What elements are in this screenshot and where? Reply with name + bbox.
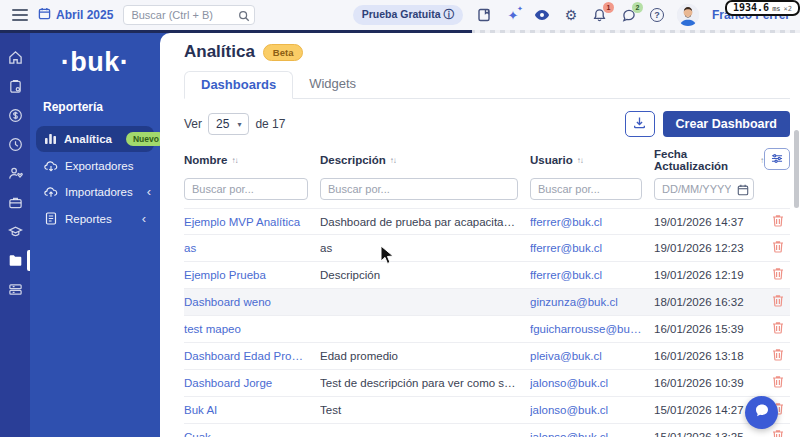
row-usuario-link[interactable]: pleiva@buk.cl [530, 350, 654, 362]
delete-button[interactable] [766, 428, 790, 437]
bell-icon[interactable]: 1 [592, 7, 608, 23]
help-icon[interactable]: ? [650, 8, 664, 22]
tab-widgets[interactable]: Widgets [293, 71, 372, 98]
row-nombre-link[interactable]: Cuak [184, 431, 320, 437]
page-size-select[interactable]: 25▾ [208, 113, 249, 135]
row-descripcion: Test [320, 404, 530, 416]
row-fecha: 19/01/2026 12:23 [654, 242, 766, 254]
table-row[interactable]: Dashboard Jorge Test de descripción para… [184, 370, 790, 397]
row-usuario-link[interactable]: fguicharrousse@buk.cl [530, 323, 654, 335]
rail-archive-icon[interactable] [0, 275, 30, 304]
table-row[interactable]: Dashboard Edad Promedio Edad promedio pl… [184, 343, 790, 370]
filter-nombre-input[interactable] [184, 178, 308, 200]
row-nombre-link[interactable]: as [184, 242, 320, 254]
sort-icon: ↑↓ [390, 156, 396, 165]
tab-dashboards[interactable]: Dashboards [184, 71, 293, 99]
eye-icon[interactable] [534, 7, 550, 23]
row-usuario-link[interactable]: fferrer@buk.cl [530, 269, 654, 281]
global-search[interactable] [123, 5, 255, 25]
trash-icon [772, 374, 784, 392]
table-row[interactable]: Buk AI Test jalonso@buk.cl 15/01/2026 14… [184, 397, 790, 424]
rail-briefcase-icon[interactable] [0, 188, 30, 217]
row-nombre-link[interactable]: Ejemplo Prueba [184, 269, 320, 281]
sparkles-icon[interactable]: ✦✦ [505, 7, 521, 23]
period-label: Abril 2025 [56, 8, 113, 22]
rail-home-icon[interactable] [0, 43, 30, 72]
row-fecha: 19/01/2026 12:19 [654, 269, 766, 281]
column-header-usuario[interactable]: Usuario↑↓ [530, 148, 654, 172]
rail-graduation-cap-icon[interactable] [0, 217, 30, 246]
row-nombre-link[interactable]: Ejemplo MVP Analítica [184, 216, 320, 228]
filter-descripcion-input[interactable] [320, 178, 518, 200]
chevron-left-icon: ‹ [147, 187, 151, 197]
chevron-left-icon: ‹ [142, 214, 146, 224]
delete-button[interactable] [766, 239, 790, 257]
calendar-icon[interactable] [737, 182, 749, 200]
table-row[interactable]: Cuak jalonso@buk.cl 15/01/2026 13:25 [184, 424, 790, 437]
delete-button[interactable] [766, 374, 790, 392]
row-nombre-link[interactable]: Buk AI [184, 404, 320, 416]
trash-icon [772, 266, 784, 284]
search-icon [238, 8, 250, 26]
delete-button[interactable] [766, 266, 790, 284]
row-usuario-link[interactable]: fferrer@buk.cl [530, 216, 654, 228]
delete-button[interactable] [766, 320, 790, 338]
table-row[interactable]: as as fferrer@buk.cl 19/01/2026 12:23 [184, 235, 790, 262]
period-selector[interactable]: Abril 2025 [38, 7, 113, 23]
sidebar-item-analitica[interactable]: Analítica Nuevo [36, 126, 154, 152]
delete-button[interactable] [766, 213, 790, 231]
chat-fab-button[interactable] [745, 396, 778, 429]
rail-person-heart-icon[interactable] [0, 159, 30, 188]
download-button[interactable] [625, 111, 655, 137]
filter-usuario-input[interactable] [530, 178, 642, 200]
table-filter-row [184, 178, 790, 200]
column-settings-button[interactable] [764, 148, 790, 170]
trial-badge[interactable]: Prueba Gratuita ⓘ [353, 5, 463, 25]
menu-icon[interactable] [12, 9, 28, 21]
perf-value: 1934.6 [733, 2, 769, 13]
page-title: Analítica [184, 42, 255, 62]
tab-bar: Dashboards Widgets [184, 71, 790, 99]
cloud-upload-icon [44, 186, 58, 198]
sidebar-item-exportadores[interactable]: Exportadores [36, 154, 154, 178]
row-descripcion: Descripción [320, 269, 530, 281]
chat-icon[interactable]: 2 [621, 7, 637, 23]
performance-overlay: 1934.6 ms ×2 [725, 0, 800, 16]
column-header-descripcion[interactable]: Descripción↑↓ [320, 148, 530, 172]
document-icon [44, 212, 58, 225]
rail-dollar-icon[interactable] [0, 101, 30, 130]
rail-folder-icon[interactable] [0, 246, 30, 275]
row-usuario-link[interactable]: jalonso@buk.cl [530, 431, 654, 437]
row-usuario-link[interactable]: jalonso@buk.cl [530, 377, 654, 389]
row-usuario-link[interactable]: jalonso@buk.cl [530, 404, 654, 416]
table-row[interactable]: Dashboard weno ginzunza@buk.cl 18/01/202… [184, 289, 790, 316]
row-nombre-link[interactable]: Dashboard Jorge [184, 377, 320, 389]
sidebar-item-importadores[interactable]: Importadores ‹ [36, 180, 154, 204]
avatar[interactable] [677, 4, 699, 26]
icon-rail [0, 33, 30, 437]
row-nombre-link[interactable]: Dashboard Edad Promedio [184, 350, 320, 362]
sidebar-item-reportes[interactable]: Reportes ‹ [36, 206, 154, 231]
trash-icon [772, 320, 784, 338]
rail-clipboard-gear-icon[interactable] [0, 72, 30, 101]
row-descripcion: Dashboard de prueba par acapacitación [320, 216, 530, 228]
table-row[interactable]: Ejemplo MVP Analítica Dashboard de prueb… [184, 208, 790, 235]
table-row[interactable]: Ejemplo Prueba Descripción fferrer@buk.c… [184, 262, 790, 289]
row-usuario-link[interactable]: fferrer@buk.cl [530, 242, 654, 254]
scrollbar-thumb[interactable] [794, 130, 799, 208]
row-usuario-link[interactable]: ginzunza@buk.cl [530, 296, 654, 308]
delete-button[interactable] [766, 293, 790, 311]
search-input[interactable] [123, 5, 255, 25]
table-row[interactable]: test mapeo fguicharrousse@buk.cl 16/01/2… [184, 316, 790, 343]
column-header-nombre[interactable]: Nombre↑↓ [184, 148, 320, 172]
bookmark-icon[interactable] [476, 7, 492, 23]
trash-icon [772, 213, 784, 231]
create-dashboard-button[interactable]: Crear Dashboard [663, 111, 790, 137]
gear-icon[interactable]: ⚙ [563, 7, 579, 23]
rail-clock-icon[interactable] [0, 130, 30, 159]
delete-button[interactable] [766, 347, 790, 365]
sidebar-item-label: Reportes [65, 213, 112, 225]
row-nombre-link[interactable]: test mapeo [184, 323, 320, 335]
row-nombre-link[interactable]: Dashboard weno [184, 296, 320, 308]
column-header-fecha[interactable]: Fecha Actualización↑↓ [654, 148, 766, 172]
